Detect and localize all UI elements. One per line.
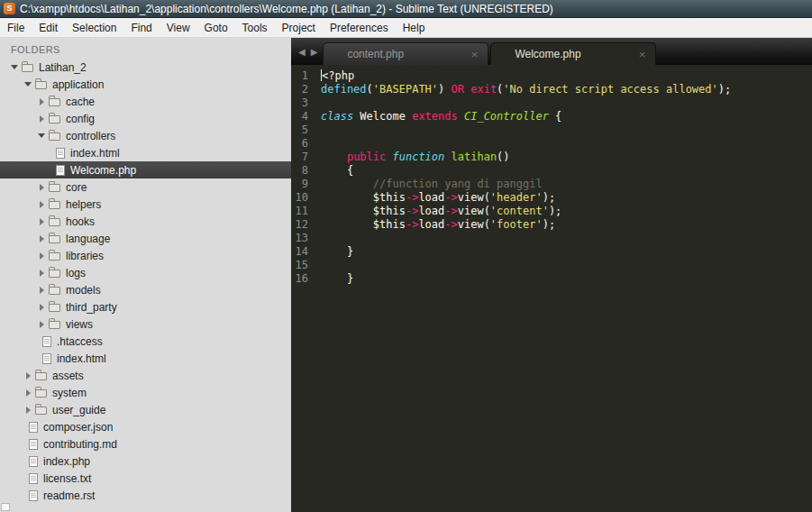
tree-item-system[interactable]: system: [0, 384, 291, 401]
tree-item-views[interactable]: views: [0, 315, 291, 333]
code-line-13[interactable]: 13: [291, 232, 812, 245]
code-line-4[interactable]: 4class Welcome extends CI_Controller {: [291, 110, 812, 123]
close-tab-icon[interactable]: ×: [637, 49, 648, 60]
tree-item-index-html[interactable]: index.html: [0, 350, 291, 367]
collapse-arrow-icon[interactable]: [9, 62, 20, 73]
menu-preferences[interactable]: Preferences: [323, 19, 396, 37]
expand-arrow-icon[interactable]: [23, 370, 33, 381]
tree-item-composer-json[interactable]: composer.json: [0, 418, 291, 435]
folder-icon: [35, 389, 47, 398]
file-icon: [29, 439, 38, 450]
tree-item-third-party[interactable]: third_party: [0, 298, 291, 315]
tree-item-index-html[interactable]: index.html: [0, 144, 291, 161]
tree-item-label: core: [66, 181, 87, 194]
expand-arrow-icon[interactable]: [36, 233, 47, 244]
tab-welcome-php[interactable]: Welcome.php×: [490, 42, 656, 65]
expand-arrow-icon[interactable]: [36, 319, 47, 330]
tree-item-latihan-2[interactable]: Latihan_2: [0, 59, 291, 76]
tree-item-label: assets: [52, 370, 84, 382]
code-text: defined('BASEPATH') OR exit('No direct s…: [321, 83, 731, 96]
menu-goto[interactable]: Goto: [197, 19, 235, 37]
menu-find[interactable]: Find: [123, 19, 159, 37]
expand-arrow-icon[interactable]: [36, 199, 47, 210]
code-area[interactable]: 1<?php2defined('BASEPATH') OR exit('No d…: [291, 65, 812, 512]
code-line-11[interactable]: 11 $this->load->view('content');: [291, 205, 812, 218]
tab-content-php[interactable]: content.php×: [323, 42, 488, 65]
tree-item-label: contributing.md: [43, 438, 117, 451]
close-tab-icon[interactable]: ×: [470, 49, 480, 60]
tree-item-htaccess[interactable]: .htaccess: [0, 333, 291, 350]
code-line-6[interactable]: 6: [291, 137, 812, 151]
tab-nav-arrows: ◀ ▶: [298, 47, 317, 57]
expand-arrow-icon[interactable]: [23, 388, 33, 398]
folder-icon: [35, 372, 47, 380]
tree-item-controllers[interactable]: controllers: [0, 127, 291, 144]
code-line-15[interactable]: 15: [291, 259, 812, 272]
token: );: [543, 218, 555, 231]
expand-arrow-icon[interactable]: [23, 405, 33, 416]
code-line-10[interactable]: 10 $this->load->view('header');: [291, 191, 812, 205]
expand-arrow-icon[interactable]: [36, 96, 47, 107]
title-bar[interactable]: S C:\xampp\htdocs\Latihan_2\application\…: [0, 0, 812, 18]
tree-item-label: license.txt: [43, 472, 91, 485]
tree-item-helpers[interactable]: helpers: [0, 196, 291, 213]
tree-item-label: config: [66, 113, 95, 125]
menu-project[interactable]: Project: [275, 19, 323, 37]
file-icon: [29, 490, 38, 501]
code-text: {: [321, 164, 353, 178]
token: load: [418, 205, 444, 217]
menu-view[interactable]: View: [160, 19, 197, 37]
menu-help[interactable]: Help: [396, 19, 433, 37]
tree-item-cache[interactable]: cache: [0, 93, 291, 110]
expand-arrow-icon[interactable]: [36, 268, 47, 279]
tree-item-license-txt[interactable]: license.txt: [0, 470, 291, 487]
token: {: [321, 164, 353, 177]
tree-item-contributing-md[interactable]: contributing.md: [0, 435, 291, 453]
tree-item-label: third_party: [66, 301, 117, 314]
expand-arrow-icon[interactable]: [36, 182, 47, 193]
menu-file[interactable]: File: [0, 19, 32, 37]
tree-item-logs[interactable]: logs: [0, 264, 291, 281]
tab-forward-icon[interactable]: ▶: [311, 47, 318, 57]
tree-item-config[interactable]: config: [0, 110, 291, 127]
expand-arrow-icon[interactable]: [36, 251, 47, 261]
menu-selection[interactable]: Selection: [65, 19, 123, 37]
code-line-14[interactable]: 14 }: [291, 245, 812, 259]
code-line-16[interactable]: 16 }: [291, 272, 812, 286]
expand-arrow-icon[interactable]: [36, 216, 47, 227]
tree-item-libraries[interactable]: libraries: [0, 247, 291, 264]
tree-item-assets[interactable]: assets: [0, 367, 291, 384]
token: 'No direct script access allowed': [503, 83, 717, 96]
tree-item-index-php[interactable]: index.php: [0, 453, 291, 470]
code-line-5[interactable]: 5: [291, 123, 812, 137]
collapse-arrow-icon[interactable]: [23, 79, 33, 90]
tab-back-icon[interactable]: ◀: [298, 47, 306, 57]
code-line-1[interactable]: 1<?php: [291, 69, 812, 83]
token: ->: [406, 218, 418, 231]
token: );: [543, 191, 555, 204]
tree-item-readme-rst[interactable]: readme.rst: [0, 487, 291, 504]
tree-item-core[interactable]: core: [0, 178, 291, 196]
tree-item-welcome-php[interactable]: Welcome.php: [0, 161, 291, 178]
code-line-2[interactable]: 2defined('BASEPATH') OR exit('No direct …: [291, 83, 812, 96]
code-line-12[interactable]: 12 $this->load->view('footer');: [291, 218, 812, 232]
code-line-9[interactable]: 9 //function yang di panggil: [291, 178, 812, 191]
collapse-arrow-icon[interactable]: [36, 131, 47, 142]
code-line-7[interactable]: 7 public function latihan(): [291, 151, 812, 164]
expand-arrow-icon[interactable]: [36, 285, 47, 296]
tree-item-user-guide[interactable]: user_guide: [0, 401, 291, 418]
tree-item-hooks[interactable]: hooks: [0, 213, 291, 230]
tree-item-language[interactable]: language: [0, 230, 291, 247]
code-text: //function yang di panggil: [321, 178, 543, 191]
line-number: 1: [291, 69, 321, 83]
code-line-3[interactable]: 3: [291, 96, 812, 110]
menu-tools[interactable]: Tools: [235, 19, 275, 37]
expand-arrow-icon[interactable]: [36, 302, 47, 313]
folder-icon: [49, 133, 60, 141]
code-line-8[interactable]: 8 {: [291, 164, 812, 178]
folder-icon: [49, 252, 60, 261]
tree-item-application[interactable]: application: [0, 76, 291, 93]
expand-arrow-icon[interactable]: [36, 114, 47, 124]
menu-edit[interactable]: Edit: [32, 19, 65, 37]
tree-item-models[interactable]: models: [0, 281, 291, 298]
